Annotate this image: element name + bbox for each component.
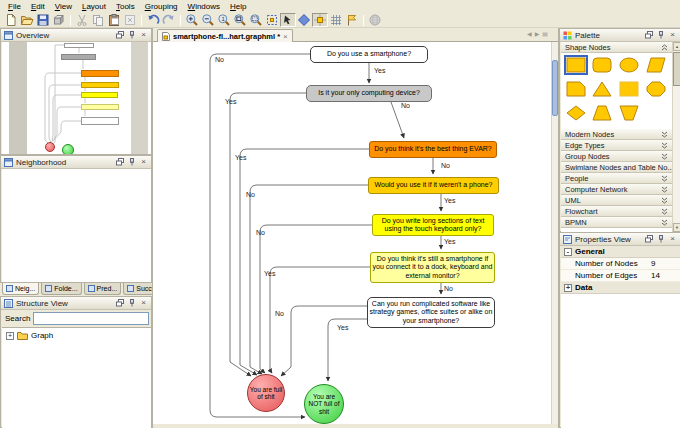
navigate-icon[interactable] (296, 13, 312, 27)
close-panel-icon[interactable]: × (139, 158, 148, 167)
float-panel-icon[interactable] (115, 299, 124, 308)
edge-label[interactable]: Yes (374, 67, 385, 74)
edge-label[interactable]: No (441, 162, 450, 169)
palette-shape-round-rectangle[interactable] (592, 57, 612, 73)
menu-grouping[interactable]: Grouping (140, 1, 183, 12)
flowchart-node-not-full-of-shit[interactable]: You are NOT full of shit (304, 384, 344, 424)
palette-shape-trapezoid-inverted[interactable] (619, 105, 639, 121)
flowchart-node-touch-keyboard[interactable]: Do you write long sections of text using… (372, 214, 494, 236)
palette-scrollbar[interactable]: ▲ ▼ (672, 42, 680, 232)
palette-shape-diamond[interactable] (566, 105, 586, 121)
tab-neighborhood[interactable]: Neig... (2, 283, 39, 295)
menu-layout[interactable]: Layout (77, 1, 111, 12)
overview-minimap[interactable] (2, 42, 151, 154)
neighborhood-view[interactable] (2, 169, 151, 282)
menu-help[interactable]: Help (225, 1, 251, 12)
tab-predecessors[interactable]: Pred... (84, 283, 122, 295)
palette-section-group-nodes[interactable]: Group Nodes (561, 151, 672, 162)
flowchart-node-werent-phone[interactable]: Would you use it if it weren't a phone? (368, 177, 499, 194)
zoom-fit-icon[interactable] (232, 13, 248, 27)
edge-label[interactable]: Yes (444, 238, 455, 245)
palette-section-flowchart[interactable]: Flowchart (561, 206, 672, 217)
properties-group-general[interactable]: - General (561, 246, 680, 258)
zoom-original-icon[interactable]: 1 (216, 13, 232, 27)
expand-section-icon[interactable] (661, 175, 668, 182)
palette-shape-card[interactable] (566, 81, 586, 97)
snap-lines-icon[interactable] (312, 13, 328, 27)
palette-shape-trapezoid[interactable] (592, 105, 612, 121)
edge-label[interactable]: No (401, 102, 410, 109)
flowchart-node-use-smartphone[interactable]: Do you use a smartphone? (310, 46, 428, 63)
palette-section-modern-nodes[interactable]: Modern Nodes (561, 129, 672, 140)
menu-windows[interactable]: Windows (183, 1, 225, 12)
tab-folder-contents[interactable]: Folde... (41, 283, 81, 295)
palette-section-bpmn[interactable]: BPMN (561, 217, 672, 228)
palette-shape-triangle[interactable] (592, 81, 612, 97)
edge-label[interactable]: Yes (264, 270, 275, 277)
close-panel-icon[interactable]: × (139, 31, 148, 40)
palette-section-uml[interactable]: UML (561, 195, 672, 206)
new-document-icon[interactable] (3, 13, 19, 27)
expand-section-icon[interactable] (661, 197, 668, 204)
palette-section-swimlane-nodes[interactable]: Swimlane Nodes and Table No... (561, 162, 672, 173)
menu-edit[interactable]: Edit (26, 1, 50, 12)
zoom-area-icon[interactable] (248, 13, 264, 27)
tab-list-icon[interactable]: ▤ (542, 30, 548, 37)
palette-section-shape-nodes[interactable]: Shape Nodes (561, 42, 672, 53)
palette-shape-ellipse[interactable] (619, 57, 639, 73)
scroll-down-icon[interactable]: ▼ (673, 223, 680, 232)
cut-icon[interactable] (74, 13, 90, 27)
edge-label[interactable]: No (215, 56, 224, 63)
paste-icon[interactable] (106, 13, 122, 27)
pin-panel-icon[interactable] (127, 31, 136, 40)
pin-panel-icon[interactable] (656, 31, 665, 40)
bookmark-flag-icon[interactable] (344, 13, 360, 27)
menu-file[interactable]: File (3, 1, 26, 12)
palette-section-edge-types[interactable]: Edge Types (561, 140, 672, 151)
palette-shape-parallelogram[interactable] (646, 57, 666, 73)
scroll-tabs-right-icon[interactable]: ▶ (535, 30, 540, 37)
palette-shape-plain-square[interactable] (619, 81, 639, 97)
properties-group-data[interactable]: + Data (561, 282, 680, 294)
expand-section-icon[interactable] (661, 208, 668, 215)
expand-section-icon[interactable] (661, 219, 668, 226)
close-tab-icon[interactable]: × (283, 32, 288, 41)
flowchart-node-complicated-software[interactable]: Can you run complicated software like st… (367, 297, 495, 328)
open-file-icon[interactable] (19, 13, 35, 27)
collapse-section-icon[interactable] (661, 44, 668, 51)
float-panel-icon[interactable] (115, 31, 124, 40)
redo-icon[interactable] (161, 13, 177, 27)
expand-section-icon[interactable] (661, 186, 668, 193)
expand-section-icon[interactable] (661, 131, 668, 138)
graph-canvas[interactable]: Do you use a smartphone? Is it your only… (153, 42, 551, 424)
edge-label[interactable]: No (275, 310, 284, 317)
export-icon[interactable] (51, 13, 67, 27)
flowchart-node-full-of-shit[interactable]: You are full of shit (247, 374, 285, 412)
edge-label[interactable]: Yes (225, 98, 236, 105)
scroll-tabs-left-icon[interactable]: ◀ (527, 30, 532, 37)
document-tab[interactable]: smartphone-fl...hart.graphml * × (157, 29, 293, 42)
edge-label[interactable]: Yes (444, 197, 455, 204)
pin-panel-icon[interactable] (127, 299, 136, 308)
tree-row-graph[interactable]: + Graph (2, 328, 151, 340)
float-panel-icon[interactable] (644, 235, 653, 244)
scroll-up-icon[interactable]: ▲ (673, 42, 680, 51)
float-panel-icon[interactable] (115, 158, 124, 167)
canvas-vertical-scrollbar[interactable] (551, 42, 558, 424)
undo-icon[interactable] (145, 13, 161, 27)
copy-icon[interactable] (90, 13, 106, 27)
scrollbar-thumb[interactable] (673, 52, 680, 86)
palette-section-people[interactable]: People (561, 173, 672, 184)
expand-section-icon[interactable] (661, 153, 668, 160)
collapse-icon[interactable]: - (564, 248, 572, 256)
zoom-out-icon[interactable] (200, 13, 216, 27)
flowchart-node-dock-monitor[interactable]: Do you think it's still a smartphone if … (370, 252, 495, 283)
edge-label[interactable]: Yes (235, 154, 246, 161)
float-panel-icon[interactable] (644, 31, 653, 40)
palette-section-computer-network[interactable]: Computer Network (561, 184, 672, 195)
menu-view[interactable]: View (50, 1, 77, 12)
expand-section-icon[interactable] (661, 142, 668, 149)
edge-label[interactable]: Yes (337, 324, 348, 331)
search-input[interactable] (33, 312, 149, 325)
flowchart-node-best-thing[interactable]: Do you think it's the best thing EVAR? (369, 141, 497, 158)
